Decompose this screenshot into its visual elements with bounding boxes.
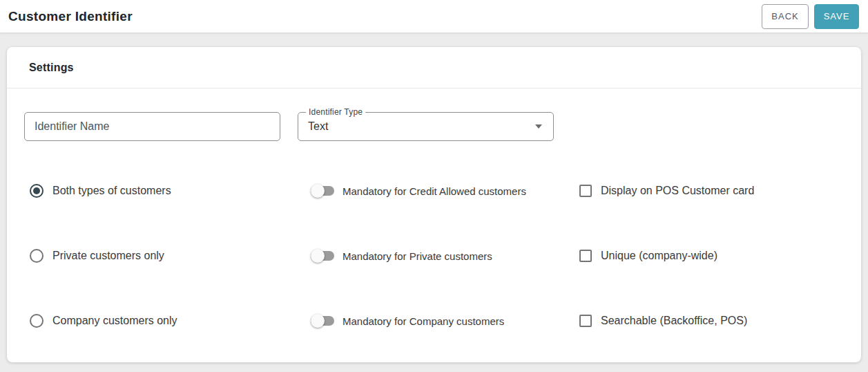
option-row: Company customers only Mandatory for Com… <box>24 306 861 335</box>
toggle-mandatory-company: Mandatory for Company customers <box>303 314 573 328</box>
settings-card: Settings Identifier Type Text Both types… <box>7 47 861 362</box>
option-row: Private customers only Mandatory for Pri… <box>24 241 861 270</box>
radio-both-types[interactable]: Both types of customers <box>24 184 303 198</box>
checkbox-icon[interactable] <box>579 250 592 262</box>
radio-label: Company customers only <box>52 315 177 327</box>
identifier-name-input[interactable] <box>24 112 280 141</box>
toggle-thumb <box>311 184 325 198</box>
checkbox-label: Display on POS Customer card <box>601 185 754 197</box>
radio-icon <box>30 184 44 198</box>
toggle-thumb <box>311 314 325 328</box>
checkbox-searchable: Searchable (Backoffice, POS) <box>573 315 747 327</box>
radio-company-only[interactable]: Company customers only <box>24 314 303 328</box>
chevron-down-icon <box>535 124 542 129</box>
fields-row: Identifier Type Text <box>24 112 861 141</box>
toggle-switch[interactable] <box>311 184 334 198</box>
back-button[interactable]: BACK <box>762 4 809 29</box>
checkbox-display-pos: Display on POS Customer card <box>573 185 754 197</box>
checkbox-icon[interactable] <box>579 185 592 197</box>
toggle-label: Mandatory for Private customers <box>343 250 492 262</box>
identifier-type-label: Identifier Type <box>306 107 365 117</box>
radio-icon <box>30 314 44 328</box>
header-bar: Customer Identifier BACK SAVE <box>0 0 868 33</box>
identifier-type-select[interactable]: Identifier Type Text <box>298 112 554 141</box>
checkbox-label: Searchable (Backoffice, POS) <box>601 315 747 327</box>
radio-icon <box>30 249 44 263</box>
toggle-label: Mandatory for Company customers <box>343 315 504 327</box>
toggle-mandatory-private: Mandatory for Private customers <box>303 249 573 263</box>
settings-panel-title: Settings <box>7 47 861 89</box>
radio-label: Private customers only <box>52 250 164 262</box>
page-title: Customer Identifier <box>8 9 762 24</box>
option-row: Both types of customers Mandatory for Cr… <box>24 176 861 205</box>
toggle-thumb <box>311 249 325 263</box>
toggle-switch[interactable] <box>311 314 334 328</box>
identifier-type-value: Text <box>308 120 535 133</box>
checkbox-icon[interactable] <box>579 315 592 327</box>
checkbox-unique: Unique (company-wide) <box>573 250 717 262</box>
toggle-switch[interactable] <box>311 249 334 263</box>
toggle-mandatory-credit: Mandatory for Credit Allowed customers <box>303 184 573 198</box>
toggle-label: Mandatory for Credit Allowed customers <box>343 185 526 197</box>
checkbox-label: Unique (company-wide) <box>601 250 717 262</box>
radio-label: Both types of customers <box>52 185 171 197</box>
radio-private-only[interactable]: Private customers only <box>24 249 303 263</box>
save-button[interactable]: SAVE <box>814 4 859 29</box>
